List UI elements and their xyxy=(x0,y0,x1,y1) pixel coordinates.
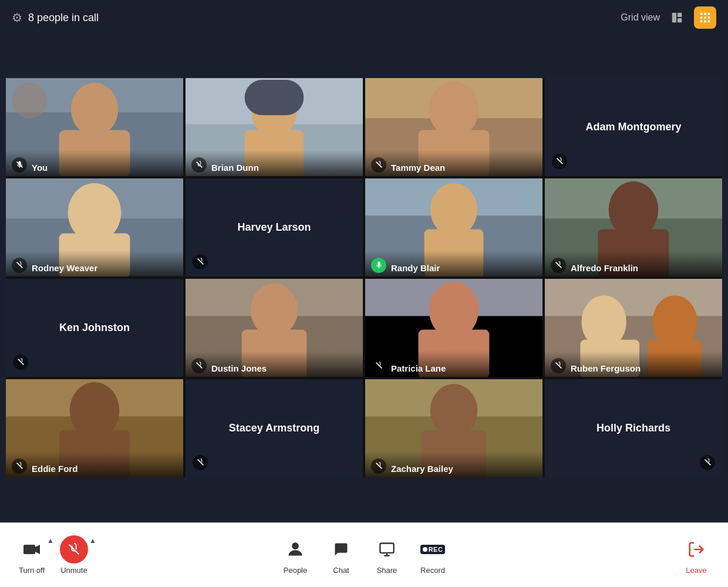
mic-on-randy xyxy=(371,258,386,273)
video-cell-randy[interactable]: Randy Blair xyxy=(365,178,542,276)
camera-icon-wrap xyxy=(18,535,46,564)
bottom-bar: Turn off ▲ Unmute ▲ xyxy=(0,522,728,587)
svg-rect-8 xyxy=(708,16,710,19)
record-button[interactable]: REC Record xyxy=(419,535,447,575)
leave-button[interactable]: Leave xyxy=(682,535,710,575)
svg-rect-5 xyxy=(708,13,710,15)
svg-line-36 xyxy=(197,259,203,265)
grid-view-button[interactable] xyxy=(694,6,716,29)
svg-line-46 xyxy=(555,262,561,268)
svg-rect-80 xyxy=(380,544,393,553)
svg-line-79 xyxy=(69,545,79,555)
name-label-ruben: Ruben Ferguson xyxy=(545,351,722,377)
svg-rect-6 xyxy=(700,16,703,19)
mic-off-patricia xyxy=(371,358,386,373)
name-alfredo: Alfredo Franklin xyxy=(571,263,638,273)
mic-dropdown-button[interactable]: ▲ xyxy=(89,535,96,545)
camera-control-group: Turn off ▲ xyxy=(18,535,54,575)
mic-icon-wrap xyxy=(60,535,88,564)
name-label-randy: Randy Blair xyxy=(365,251,542,276)
name-label-alfredo: Alfredo Franklin xyxy=(545,251,722,276)
svg-line-24 xyxy=(196,162,202,168)
name-tammy: Tammy Dean xyxy=(391,163,445,173)
video-cell-holly[interactable]: Holly Richards xyxy=(545,379,722,477)
camera-dropdown-button[interactable]: ▲ xyxy=(47,535,54,545)
name-label-brian: Brian Dunn xyxy=(186,150,363,176)
svg-rect-10 xyxy=(704,21,706,23)
svg-point-33 xyxy=(68,183,122,242)
gear-icon[interactable]: ⚙ xyxy=(12,11,22,25)
chat-icon-wrap xyxy=(327,535,355,564)
svg-marker-78 xyxy=(35,545,40,554)
view-controls: Grid view xyxy=(621,6,716,29)
name-label-dustin: Dustin Jones xyxy=(186,351,363,377)
record-icon-wrap: REC xyxy=(419,535,447,564)
name-holly: Holly Richards xyxy=(562,422,705,434)
unmute-button[interactable]: Unmute xyxy=(60,535,88,575)
video-cell-brian[interactable]: Brian Dunn xyxy=(186,78,363,176)
name-label-eddie: Eddie Ford xyxy=(6,451,183,477)
svg-line-76 xyxy=(705,460,710,465)
svg-rect-11 xyxy=(708,21,710,23)
svg-line-52 xyxy=(196,363,202,369)
svg-point-50 xyxy=(251,284,298,337)
video-cell-rodney[interactable]: Rodney Weaver xyxy=(6,178,183,276)
rec-badge: REC xyxy=(420,545,446,554)
name-patricia: Patricia Lane xyxy=(391,363,446,373)
chat-button[interactable]: Chat xyxy=(327,535,355,575)
camera-dropdown-arrow: ▲ xyxy=(47,537,54,545)
mic-off-zachary xyxy=(371,458,386,474)
camera-button[interactable]: Turn off xyxy=(18,535,46,575)
turn-off-label: Turn off xyxy=(19,566,45,575)
mic-off-ken xyxy=(13,355,28,370)
mic-off-rodney xyxy=(12,258,27,273)
share-label: Share xyxy=(377,566,397,575)
mic-off-harvey xyxy=(193,254,208,269)
video-cell-patricia[interactable]: Patricia Lane xyxy=(365,279,542,377)
video-cell-dustin[interactable]: Dustin Jones xyxy=(186,279,363,377)
name-randy: Randy Blair xyxy=(391,263,440,273)
svg-rect-4 xyxy=(704,13,706,15)
mic-off-adam xyxy=(552,154,567,169)
svg-line-30 xyxy=(557,158,562,164)
svg-rect-7 xyxy=(704,16,706,19)
video-cell-adam[interactable]: Adam Montgomery xyxy=(545,78,722,176)
name-ruben: Ruben Ferguson xyxy=(571,363,641,373)
leave-label: Leave xyxy=(686,566,706,575)
name-ken: Ken Johnston xyxy=(23,322,166,334)
mic-off-holly xyxy=(700,455,715,470)
video-cell-stacey[interactable]: Stacey Armstrong xyxy=(186,379,363,477)
mic-off-you xyxy=(12,157,27,173)
svg-point-16 xyxy=(12,83,47,118)
video-cell-alfredo[interactable]: Alfredo Franklin xyxy=(545,178,722,276)
svg-rect-9 xyxy=(700,21,703,23)
name-harvey: Harvey Larson xyxy=(203,221,345,234)
svg-rect-77 xyxy=(23,545,35,554)
call-info: ⚙ 8 people in call xyxy=(12,11,99,25)
svg-point-73 xyxy=(430,384,478,437)
grid-view-label: Grid view xyxy=(621,12,660,23)
name-stacey: Stacey Armstrong xyxy=(203,422,345,434)
share-button[interactable]: Share xyxy=(373,535,401,575)
video-cell-you[interactable]: You xyxy=(6,78,183,176)
mic-off-brian xyxy=(191,157,207,173)
video-grid: You Brian Dunn xyxy=(6,78,722,477)
mic-control-group: Unmute ▲ xyxy=(60,535,96,575)
video-cell-harvey[interactable]: Harvey Larson xyxy=(186,178,363,276)
name-label-rodney: Rodney Weaver xyxy=(6,251,183,276)
video-cell-tammy[interactable]: Tammy Dean xyxy=(365,78,542,176)
video-cell-ruben[interactable]: Ruben Ferguson xyxy=(545,279,722,377)
people-button[interactable]: People xyxy=(281,535,309,575)
video-cell-ken[interactable]: Ken Johnston xyxy=(6,279,183,377)
svg-point-27 xyxy=(429,80,479,137)
mic-off-tammy xyxy=(371,157,386,173)
grid-area: You Brian Dunn xyxy=(0,35,728,522)
record-label: Record xyxy=(420,566,445,575)
name-label-tammy: Tammy Dean xyxy=(365,150,542,176)
name-label-patricia: Patricia Lane xyxy=(365,351,542,377)
name-rodney: Rodney Weaver xyxy=(32,263,97,273)
video-cell-eddie[interactable]: Eddie Ford xyxy=(6,379,183,477)
leave-icon-wrap xyxy=(682,535,710,564)
sidebar-view-button[interactable] xyxy=(666,6,688,29)
video-cell-zachary[interactable]: Zachary Bailey xyxy=(365,379,542,477)
